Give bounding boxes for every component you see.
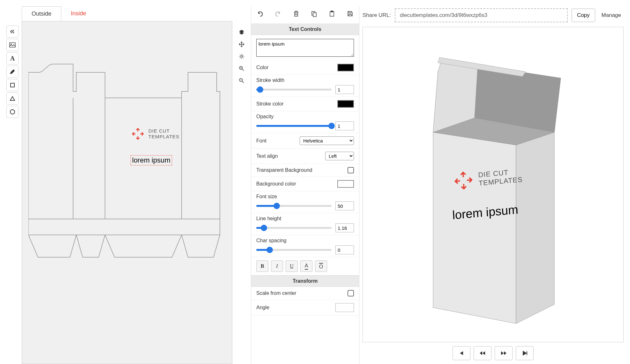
paste-button[interactable]: [327, 9, 337, 18]
skip-end-button[interactable]: [516, 346, 534, 360]
forward-button[interactable]: [495, 346, 513, 360]
animation-controls: [363, 342, 624, 364]
char-spacing-slider[interactable]: [256, 249, 332, 251]
preview-logo-text: DIE CUTTEMPLATES: [478, 167, 523, 188]
angle-label: Angle: [256, 305, 269, 310]
scale-center-label: Scale from center: [256, 290, 296, 296]
manage-link[interactable]: Manage: [599, 12, 624, 18]
overline-button[interactable]: O: [315, 260, 327, 272]
font-size-label: Font size: [256, 194, 354, 200]
redo-button[interactable]: [273, 9, 283, 18]
line-height-label: Line height: [256, 216, 354, 222]
svg-point-3: [10, 110, 15, 114]
left-toolbar: A: [6, 25, 19, 364]
bg-color-label: Background color: [256, 181, 296, 187]
canvas-logo[interactable]: DIE CUTTEMPLATES: [131, 127, 179, 141]
bg-color-swatch[interactable]: [337, 180, 354, 188]
design-canvas[interactable]: DIE CUTTEMPLATES lorem ipsum: [22, 21, 232, 364]
properties-panel: Text Controls Color Stroke width Stroke …: [251, 6, 359, 364]
text-tool-button[interactable]: A: [6, 52, 19, 64]
bold-button[interactable]: B: [256, 260, 268, 272]
transform-header: Transform: [251, 275, 359, 287]
preview-3d-viewport[interactable]: DIE CUTTEMPLATES lorem ipsum: [363, 27, 624, 342]
settings-icon[interactable]: [238, 53, 245, 60]
char-spacing-input[interactable]: [335, 245, 354, 254]
move-icon[interactable]: [238, 41, 245, 48]
font-size-slider[interactable]: [256, 205, 332, 207]
svg-point-4: [241, 55, 243, 57]
undo-button[interactable]: [255, 9, 265, 18]
collapse-button[interactable]: [6, 25, 19, 38]
svg-rect-8: [313, 13, 316, 17]
tab-outside[interactable]: Outside: [22, 6, 61, 21]
preview-area: Share URL: diecuttemplates.com/3d/9t6wxz…: [363, 6, 624, 364]
mid-toolbar: [236, 6, 248, 364]
zoom-in-icon[interactable]: [238, 65, 245, 72]
color-label: Color: [256, 65, 268, 70]
scale-center-checkbox[interactable]: [348, 290, 354, 296]
stroke-width-label: Stroke width: [256, 77, 354, 83]
save-button[interactable]: [345, 9, 355, 18]
text-align-label: Text align: [256, 153, 278, 159]
preview-header: Share URL: diecuttemplates.com/3d/9t6wxz…: [363, 6, 624, 27]
circle-tool-button[interactable]: [6, 106, 19, 118]
line-height-input[interactable]: [335, 223, 354, 232]
italic-button[interactable]: I: [271, 260, 283, 272]
design-tabs: Outside Inside: [22, 6, 232, 21]
delete-button[interactable]: [291, 9, 301, 18]
font-label: Font: [256, 138, 266, 144]
arrows-icon: [131, 127, 145, 141]
underline-button[interactable]: U: [286, 260, 298, 272]
text-content-input[interactable]: [256, 39, 354, 57]
share-url-label: Share URL:: [363, 12, 391, 18]
image-tool-button[interactable]: [6, 39, 19, 51]
copy-button[interactable]: [309, 9, 319, 18]
box-3d-shape: [401, 46, 593, 333]
pencil-tool-button[interactable]: [6, 66, 19, 78]
text-color-button[interactable]: A: [300, 260, 312, 272]
opacity-input[interactable]: [335, 121, 354, 130]
canvas-area: Outside Inside DIE CUTTEMPLATES lorem ip…: [22, 6, 232, 364]
rectangle-tool-button[interactable]: [6, 79, 19, 91]
line-height-slider[interactable]: [256, 227, 332, 229]
svg-rect-10: [331, 11, 333, 12]
rewind-button[interactable]: [474, 346, 491, 360]
text-controls-header: Text Controls: [251, 24, 359, 35]
top-actions: [251, 6, 359, 24]
skip-start-button[interactable]: [453, 346, 470, 360]
font-select[interactable]: Helvetica: [300, 136, 354, 145]
opacity-label: Opacity: [256, 114, 354, 120]
stroke-width-slider[interactable]: [256, 89, 332, 91]
tab-inside[interactable]: Inside: [61, 6, 96, 21]
svg-rect-2: [11, 83, 14, 87]
color-swatch[interactable]: [337, 64, 354, 71]
copy-url-button[interactable]: Copy: [572, 9, 595, 22]
text-style-row: B I U A O: [251, 257, 359, 275]
text-align-select[interactable]: Left: [325, 152, 354, 160]
transparent-bg-checkbox[interactable]: [348, 167, 354, 173]
font-size-input[interactable]: [335, 201, 354, 210]
share-url-input[interactable]: diecuttemplates.com/3d/9t6wxzp6s3: [395, 8, 568, 22]
layers-icon[interactable]: [238, 29, 245, 36]
angle-input[interactable]: [335, 303, 354, 312]
zoom-out-icon[interactable]: [238, 77, 245, 84]
triangle-tool-button[interactable]: [6, 92, 19, 105]
canvas-text-element[interactable]: lorem ipsum: [131, 155, 172, 165]
stroke-color-swatch[interactable]: [337, 100, 354, 108]
char-spacing-label: Char spacing: [256, 238, 354, 244]
arrows-icon: [452, 169, 475, 193]
transparent-bg-label: Transparent Background: [256, 167, 312, 173]
stroke-width-input[interactable]: [335, 85, 354, 94]
stroke-color-label: Stroke color: [256, 101, 283, 107]
svg-rect-0: [10, 43, 15, 47]
logo-text: DIE CUTTEMPLATES: [148, 128, 179, 140]
opacity-slider[interactable]: [256, 125, 332, 127]
